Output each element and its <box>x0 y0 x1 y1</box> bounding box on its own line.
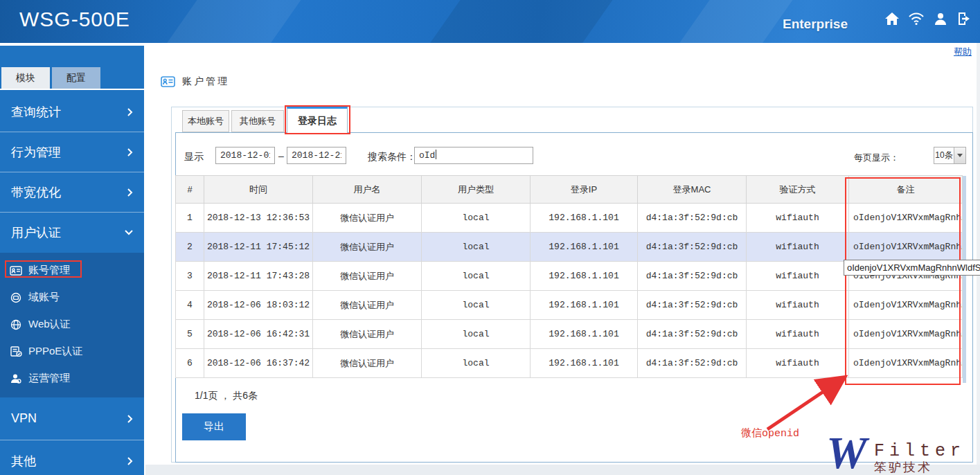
id-card-icon <box>10 265 22 276</box>
sidebar-item-other[interactable]: 其他 <box>0 440 144 475</box>
col-header-usertype: 用户类型 <box>422 176 531 204</box>
date-to-input[interactable] <box>287 147 346 164</box>
select-arrow-icon <box>954 147 965 163</box>
sidebar-item-bandwidth[interactable]: 带宽优化 <box>0 172 144 213</box>
account-panel: 本地账号 其他账号 登录日志 显示 – 搜索条件： oId 每页显示： 10条 … <box>171 107 973 463</box>
cell-username: 微信认证用户 <box>313 233 422 262</box>
top-banner: WSG-500E Enterprise <box>0 0 980 43</box>
cell-usertype: local <box>422 291 531 320</box>
cell-time: 2018-12-13 12:36:53 <box>204 204 313 233</box>
col-header-login-mac: 登录MAC <box>638 176 747 204</box>
globe-icon <box>10 319 22 330</box>
menu-label: 用户认证 <box>11 224 61 241</box>
submenu-label: PPPoE认证 <box>28 345 82 358</box>
openid-tooltip: oIdenjoV1XRVxmMagRnhnWldfS <box>844 260 980 276</box>
sidebar-tab-modules[interactable]: 模块 <box>1 67 50 89</box>
export-button[interactable]: 导出 <box>182 413 246 440</box>
sidebar-tab-label: 配置 <box>66 72 86 84</box>
cell-login-mac: d4:1a:3f:52:9d:cb <box>638 204 747 233</box>
cell-remark: oIdenjoV1XRVxmMagRnh… <box>849 233 963 262</box>
chevron-right-icon <box>127 415 133 423</box>
table-header-row: # 时间 用户名 用户类型 登录IP 登录MAC 验证方式 备注 <box>176 176 963 204</box>
page-title-text: 账户管理 <box>182 75 229 88</box>
table-row[interactable]: 2 2018-12-11 17:45:12 微信认证用户 local 192.1… <box>176 233 963 262</box>
user-auth-submenu: 账号管理 域账号 Web认证 PPPoE认证 运营管理 <box>0 253 144 397</box>
page-size-label: 每页显示： <box>854 152 899 164</box>
cell-login-mac: d4:1a:3f:52:9d:cb <box>638 291 747 320</box>
cell-usertype: local <box>422 349 531 378</box>
chevron-right-icon <box>127 457 133 465</box>
watermark-brand-name: Filter <box>874 441 965 461</box>
cell-remark: oIdenjoV1XRVxmMagRnh… <box>849 291 963 320</box>
table-scrollbar[interactable] <box>963 176 966 383</box>
page-size-select[interactable]: 10条 <box>934 147 966 164</box>
sidebar-item-user-auth[interactable]: 用户认证 <box>0 213 144 253</box>
table-row[interactable]: 1 2018-12-13 12:36:53 微信认证用户 local 192.1… <box>176 204 963 233</box>
page-title: 账户管理 <box>161 75 229 88</box>
cell-usertype: local <box>422 320 531 349</box>
tab-label: 本地账号 <box>188 115 224 127</box>
cell-index: 1 <box>176 204 204 233</box>
cell-time: 2018-12-06 16:42:31 <box>204 320 313 349</box>
cell-login-ip: 192.168.1.101 <box>531 291 638 320</box>
sidebar-item-pppoe-auth[interactable]: PPPoE认证 <box>0 338 144 365</box>
cell-login-mac: d4:1a:3f:52:9d:cb <box>638 349 747 378</box>
cell-auth-method: wifiauth <box>747 291 849 320</box>
sidebar-item-behavior-mgmt[interactable]: 行为管理 <box>0 132 144 172</box>
sidebar-tab-label: 模块 <box>16 72 35 84</box>
date-from-input[interactable] <box>215 147 275 164</box>
cell-remark: oIdenjoV1XRVxmMagRnh… <box>849 320 963 349</box>
table-row[interactable]: 5 2018-12-06 16:42:31 微信认证用户 local 192.1… <box>176 320 963 349</box>
login-log-table: # 时间 用户名 用户类型 登录IP 登录MAC 验证方式 备注 1 2018-… <box>175 175 963 378</box>
text-caret <box>436 150 436 159</box>
wifi-icon[interactable] <box>908 10 925 27</box>
search-input[interactable]: oId <box>414 147 533 164</box>
cell-time: 2018-12-11 17:45:12 <box>204 233 313 262</box>
tab-label: 登录日志 <box>298 115 337 127</box>
sidebar: 模块 配置 查询统计 行为管理 带宽优化 用户认证 账号管理 域账号 <box>0 43 144 475</box>
cell-index: 5 <box>176 320 204 349</box>
sidebar-item-domain-account[interactable]: 域账号 <box>0 284 144 311</box>
chevron-down-icon <box>125 230 133 235</box>
tab-label: 其他账号 <box>240 115 276 127</box>
pagination-text: 1/1页 ， 共6条 <box>195 390 258 402</box>
help-link[interactable]: 帮助 <box>954 46 972 58</box>
login-table-body: 1 2018-12-13 12:36:53 微信认证用户 local 192.1… <box>176 204 963 378</box>
cell-login-mac: d4:1a:3f:52:9d:cb <box>638 320 747 349</box>
table-row[interactable]: 4 2018-12-06 18:03:12 微信认证用户 local 192.1… <box>176 291 963 320</box>
product-title: WSG-500E <box>19 8 130 31</box>
cell-auth-method: wifiauth <box>747 204 849 233</box>
cell-time: 2018-12-06 18:03:12 <box>204 291 313 320</box>
chevron-right-icon <box>127 108 133 116</box>
sidebar-item-web-auth[interactable]: Web认证 <box>0 311 144 338</box>
cell-username: 微信认证用户 <box>313 204 422 233</box>
col-header-auth-method: 验证方式 <box>747 176 849 204</box>
export-button-label: 导出 <box>204 420 224 433</box>
logout-icon[interactable] <box>956 10 973 27</box>
table-row[interactable]: 6 2018-12-06 16:37:42 微信认证用户 local 192.1… <box>176 349 963 378</box>
cell-login-ip: 192.168.1.101 <box>531 262 638 291</box>
home-icon[interactable] <box>884 10 900 27</box>
cell-username: 微信认证用户 <box>313 349 422 378</box>
tab-other-accounts[interactable]: 其他账号 <box>231 110 284 132</box>
sidebar-item-operation-mgmt[interactable]: 运营管理 <box>0 365 144 392</box>
tab-login-log[interactable]: 登录日志 <box>287 106 348 133</box>
cell-auth-method: wifiauth <box>747 262 849 291</box>
sidebar-item-vpn[interactable]: VPN <box>0 397 144 440</box>
menu-label: 查询统计 <box>11 104 61 120</box>
tab-local-accounts[interactable]: 本地账号 <box>182 110 229 132</box>
cell-index: 2 <box>176 233 204 262</box>
sidebar-tab-config[interactable]: 配置 <box>52 67 100 89</box>
cell-username: 微信认证用户 <box>313 320 422 349</box>
sidebar-item-query-stats[interactable]: 查询统计 <box>0 92 144 132</box>
id-card-icon <box>161 76 175 87</box>
sidebar-item-account-mgmt[interactable]: 账号管理 <box>0 257 144 284</box>
col-header-time: 时间 <box>204 176 313 204</box>
operator-icon <box>10 373 22 384</box>
right-edge-strip <box>977 43 980 475</box>
cell-username: 微信认证用户 <box>313 262 422 291</box>
col-header-index: # <box>176 176 204 204</box>
user-icon[interactable] <box>932 10 949 27</box>
menu-label: VPN <box>11 411 37 426</box>
col-header-login-ip: 登录IP <box>531 176 638 204</box>
